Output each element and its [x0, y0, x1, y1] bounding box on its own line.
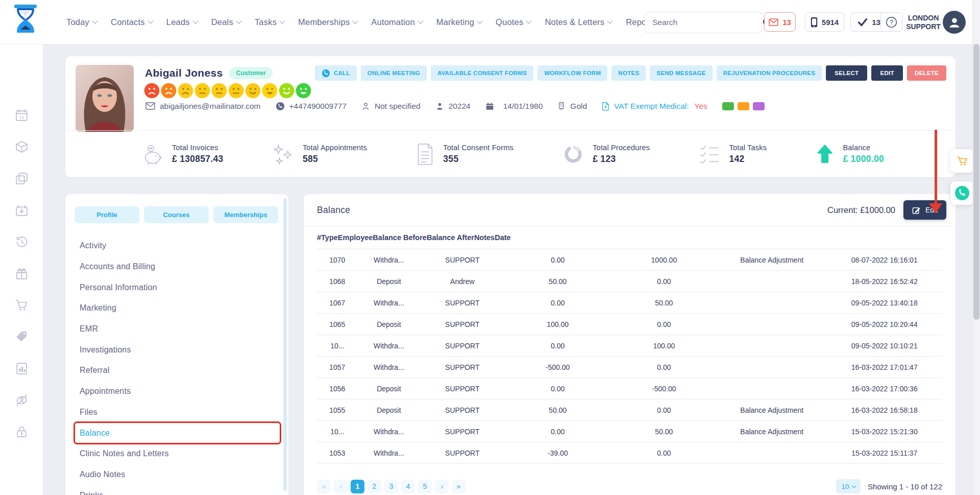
nav-item[interactable]: Today — [66, 17, 97, 27]
table-row[interactable]: 10... Withdra... SUPPORT 0.00 100.00 09-… — [317, 335, 942, 357]
table-row[interactable]: 1053 Withdra... SUPPORT -39.00 0.00 15-0… — [317, 442, 942, 464]
customer-email[interactable]: abigailjones@mailinator.com — [145, 102, 261, 111]
column-header[interactable]: Balance After — [427, 233, 474, 242]
table-row[interactable]: 1070 Withdra... SUPPORT 0.00 1000.00 Bal… — [317, 249, 942, 271]
menu-item[interactable]: Balance — [65, 422, 281, 443]
nav-item[interactable]: Automation — [371, 17, 422, 27]
page-button[interactable]: 2 — [368, 480, 381, 493]
menu-item[interactable]: EMR — [65, 319, 281, 340]
page-button[interactable]: 3 — [384, 480, 398, 493]
menu-item[interactable]: Activity — [65, 235, 281, 256]
column-header[interactable]: Employee — [338, 233, 373, 242]
lock-icon[interactable] — [15, 425, 29, 439]
package-icon[interactable] — [15, 140, 29, 154]
tag-color-swatch[interactable] — [722, 102, 734, 110]
menu-item[interactable]: Files — [65, 402, 281, 423]
menu-item[interactable]: Audio Notes — [65, 464, 281, 485]
menu-item[interactable]: Marketing — [65, 298, 281, 319]
mood-face-icon[interactable] — [211, 83, 227, 99]
action-button[interactable]: WORKFLOW FORM — [537, 65, 607, 81]
floating-cart-button[interactable] — [950, 149, 974, 173]
nav-item[interactable]: Leads — [166, 17, 198, 27]
first-page-button[interactable]: « — [317, 480, 331, 493]
user-sync-icon[interactable] — [15, 393, 29, 407]
delete-button[interactable]: DELETE — [907, 65, 946, 81]
calendar-icon[interactable]: 12 — [15, 108, 29, 122]
cart-icon[interactable] — [15, 298, 29, 312]
mood-face-icon[interactable] — [279, 83, 295, 99]
nav-item[interactable]: Tasks — [255, 17, 284, 27]
table-row[interactable]: 1068 Deposit Andrew 50.00 0.00 18-05-202… — [317, 271, 942, 292]
panel-tab[interactable]: Profile — [75, 206, 139, 223]
action-button[interactable]: REJUVENATION PROCEDURES — [717, 65, 822, 81]
gift-icon[interactable] — [15, 267, 29, 280]
floating-call-button[interactable] — [950, 181, 974, 205]
search-input[interactable] — [645, 18, 762, 27]
mood-face-icon[interactable] — [245, 83, 261, 99]
table-row[interactable]: 1056 Deposit SUPPORT 0.00 -500.00 16-03-… — [317, 378, 942, 399]
table-row[interactable]: 1065 Deposit SUPPORT 100.00 0.00 09-05-2… — [317, 314, 942, 335]
calls-badge[interactable]: 5914 — [805, 12, 844, 32]
nav-item[interactable]: Quotes — [496, 17, 531, 27]
customer-photo[interactable] — [76, 65, 134, 132]
copy-icon[interactable] — [15, 172, 29, 185]
mood-face-icon[interactable] — [262, 83, 278, 99]
action-button[interactable]: EDIT — [871, 65, 902, 81]
column-header[interactable]: Date — [495, 233, 510, 242]
table-row[interactable]: 10... Withdra... SUPPORT 0.00 50.00 Bala… — [317, 421, 942, 442]
menu-item[interactable]: Appointments — [65, 381, 281, 402]
page-button[interactable]: 4 — [401, 480, 415, 493]
mood-face-icon[interactable] — [228, 83, 244, 99]
next-page-button[interactable]: › — [435, 480, 449, 493]
user-avatar[interactable] — [943, 11, 966, 34]
action-button[interactable]: AVAILABLE CONSENT FORMS — [431, 65, 533, 81]
panel-scrollbar[interactable] — [283, 198, 287, 491]
page-scrollbar[interactable] — [972, 0, 980, 495]
panel-tab[interactable]: Courses — [144, 206, 209, 223]
mood-face-icon[interactable] — [161, 83, 177, 99]
mood-face-icon[interactable] — [178, 83, 193, 99]
menu-item[interactable]: Clinic Notes and Letters — [65, 443, 281, 464]
table-row[interactable]: 1067 Withdra... SUPPORT 0.00 50.00 09-05… — [317, 292, 942, 314]
action-button[interactable]: NOTES — [611, 65, 646, 81]
messages-badge[interactable]: 13 — [764, 12, 796, 32]
nav-item[interactable]: Memberships — [298, 17, 357, 27]
customer-vat-exempt[interactable]: VAT Exempt Medical: Yes — [602, 102, 707, 111]
menu-item[interactable]: Referral — [65, 360, 281, 381]
nav-item[interactable]: Notes & Letters — [545, 17, 612, 27]
action-button[interactable]: SELECT — [826, 65, 867, 81]
nav-item[interactable]: Marketing — [436, 17, 482, 27]
menu-item[interactable]: Drinks — [65, 485, 281, 495]
panel-tab[interactable]: Memberships — [213, 206, 278, 223]
menu-item[interactable]: Personal Information — [65, 277, 281, 298]
mood-face-icon[interactable] — [296, 83, 311, 99]
mood-face-icon[interactable] — [194, 83, 210, 99]
history-icon[interactable] — [15, 235, 29, 249]
page-size-select[interactable]: 10 — [836, 479, 861, 493]
report-icon[interactable] — [15, 362, 29, 375]
last-page-button[interactable]: » — [452, 480, 465, 493]
call-button[interactable]: CALL — [315, 65, 357, 81]
mood-face-icon[interactable] — [144, 83, 160, 99]
column-header[interactable]: Balance Before — [373, 233, 427, 242]
nav-item[interactable]: Contacts — [111, 17, 153, 27]
price-tag-icon[interactable] — [15, 330, 29, 344]
action-button[interactable]: ONLINE MEETING — [361, 65, 427, 81]
app-logo-hourglass[interactable] — [12, 4, 39, 38]
page-button[interactable]: 5 — [418, 480, 432, 493]
nav-item[interactable]: Deals — [211, 17, 241, 27]
table-row[interactable]: 1057 Withdra... SUPPORT -500.00 0.00 16-… — [317, 357, 942, 378]
table-row[interactable]: 1055 Deposit SUPPORT 50.00 0.00 Balance … — [317, 399, 942, 421]
help-badge[interactable]: ? — [880, 12, 902, 32]
action-button[interactable]: SEND MESSAGE — [650, 65, 712, 81]
menu-item[interactable]: Investigations — [65, 339, 281, 360]
tag-color-swatch[interactable] — [738, 102, 749, 110]
prev-page-button[interactable]: ‹ — [334, 480, 348, 493]
calendar-import-icon[interactable] — [15, 203, 29, 217]
column-header[interactable]: Type — [321, 233, 338, 242]
menu-item[interactable]: Accounts and Billing — [65, 256, 281, 277]
scrollbar-thumb[interactable] — [973, 44, 979, 320]
tag-color-swatch[interactable] — [753, 102, 765, 110]
column-header[interactable]: # — [317, 233, 321, 242]
customer-phone[interactable]: +447490009777 — [276, 102, 347, 111]
